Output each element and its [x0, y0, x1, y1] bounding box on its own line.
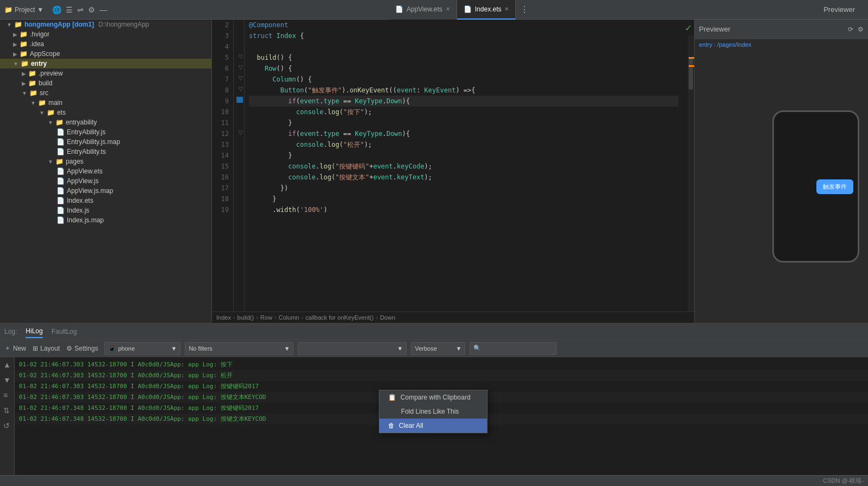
layout-icon: ⊞ — [33, 345, 38, 352]
refresh-btn[interactable]: ↺ — [2, 420, 12, 431]
globe-icon[interactable]: 🌐 — [52, 5, 61, 14]
index-js-icon: 📄 — [57, 207, 65, 214]
log-search-box[interactable]: 🔍 — [470, 342, 557, 355]
index-tab-close[interactable]: ✕ — [504, 6, 509, 12]
appview-tab-close[interactable]: ✕ — [446, 6, 450, 12]
scroll-up-btn[interactable]: ▲ — [2, 359, 12, 370]
sidebar-item-appview-ets[interactable]: 📄 AppView.ets — [0, 166, 211, 176]
line-numbers: 23456 7891011 1213141516 171819 — [212, 20, 234, 311]
preview-label: .preview — [39, 70, 63, 77]
log-tab-hilog[interactable]: HiLog — [26, 325, 42, 338]
sidebar-item-entryability-js-map[interactable]: 📄 EntryAbility.js.map — [0, 137, 211, 147]
sidebar-item-index-js[interactable]: 📄 Index.js — [0, 205, 211, 215]
sort-btn[interactable]: ⇅ — [2, 405, 12, 416]
sidebar-item-pages[interactable]: ▼ 📁 pages — [0, 157, 211, 166]
device-filter[interactable]: 📱 phone ▼ — [104, 342, 180, 355]
entry-arrow-icon: ▼ — [13, 61, 18, 67]
list-icon[interactable]: ☰ — [66, 5, 73, 14]
breadcrumb-build: build() — [238, 314, 254, 321]
sidebar-root[interactable]: ▼ 📁 hongmengApp [dom1] D:\hongmengApp — [0, 20, 211, 29]
compare-icon: 📋 — [388, 394, 396, 401]
new-button[interactable]: ＋ New — [4, 344, 26, 353]
sidebar-item-hvigor[interactable]: ▶ 📁 .hvigor — [0, 29, 211, 39]
breadcrumb-row: Row — [260, 314, 272, 321]
sidebar-item-index-js-map[interactable]: 📄 Index.js.map — [0, 215, 211, 225]
project-title: Project — [15, 6, 35, 14]
main-area: ▼ 📁 hongmengApp [dom1] D:\hongmengApp ▶ … — [0, 20, 868, 323]
root-label: hongmengApp [dom1] — [24, 21, 94, 28]
layout-button[interactable]: ⊞ Layout — [33, 345, 60, 352]
log-content[interactable]: 01-02 21:46:07.303 14532-18700 I A0c0d0/… — [15, 357, 868, 475]
file-tree: ▼ 📁 hongmengApp [dom1] D:\hongmengApp ▶ … — [0, 20, 212, 323]
code-line-7: Column() { — [249, 74, 678, 85]
sidebar-item-appview-js-map[interactable]: 📄 AppView.js.map — [0, 186, 211, 196]
more-options-btn[interactable]: ⋮ — [516, 4, 533, 15]
minimize-icon[interactable]: — — [99, 5, 107, 14]
previewer-icons: ⟳ ⚙ — [848, 26, 864, 33]
scroll-marker-2 — [689, 65, 694, 67]
context-menu: 📋 Compare with Clipboard Fold Lines Like… — [379, 390, 488, 433]
code-line-19: .width('100%') — [249, 204, 678, 215]
wrap-btn[interactable]: ≡ — [2, 390, 12, 401]
code-line-18: } — [249, 194, 678, 204]
project-dropdown-icon[interactable]: ▼ — [37, 6, 43, 14]
sidebar-item-index-ets[interactable]: 📄 Index.ets — [0, 196, 211, 205]
tab-index[interactable]: 📄 Index.ets ✕ — [457, 0, 516, 20]
no-filters-dropdown[interactable]: No filters ▼ — [185, 342, 294, 355]
appview-tab-label: AppView.ets — [407, 5, 442, 13]
appview-js-map-label: AppView.js.map — [67, 187, 113, 195]
context-menu-item-fold[interactable]: Fold Lines Like This — [379, 404, 487, 419]
ets-label: ets — [57, 109, 66, 116]
code-line-4 — [249, 41, 678, 52]
editor-scrollbar[interactable] — [688, 35, 694, 311]
sidebar-item-entry[interactable]: ▼ 📁 entry — [0, 59, 211, 68]
ets-arrow-icon: ▼ — [39, 110, 45, 116]
sidebar-item-appview-js[interactable]: 📄 AppView.js — [0, 176, 211, 186]
project-label[interactable]: 📁 Project ▼ — [4, 6, 43, 14]
previewer-settings-icon[interactable]: ⚙ — [858, 26, 864, 33]
sidebar-item-entryability-ts[interactable]: 📄 EntryAbility.ts — [0, 147, 211, 157]
sidebar-item-entryability[interactable]: ▼ 📁 entryability — [0, 117, 211, 127]
root-path: D:\hongmengApp — [98, 21, 149, 28]
top-bar: 📁 Project ▼ 🌐 ☰ ⇌ ⚙ — 📄 AppView.ets ✕ 📄 … — [0, 0, 868, 20]
sidebar-item-ets[interactable]: ▼ 📁 ets — [0, 108, 211, 117]
no-filters-dropdown-icon: ▼ — [284, 345, 290, 352]
previewer-rotate-icon[interactable]: ⟳ — [848, 26, 853, 33]
entryability-ts-label: EntryAbility.ts — [67, 148, 106, 155]
context-menu-item-compare[interactable]: 📋 Compare with Clipboard — [379, 390, 487, 404]
log-tab-bar: Log: HiLog FaultLog — [0, 323, 868, 340]
scroll-down-btn[interactable]: ▼ — [2, 375, 12, 385]
verbose-dropdown[interactable]: Verbose ▼ — [411, 342, 465, 355]
code-editor[interactable]: @Component struct Index { build() { Row(… — [245, 20, 683, 311]
build-folder-icon: 📁 — [28, 79, 36, 87]
code-line-10: console.log("按下"); — [249, 107, 678, 117]
search-filter-dropdown[interactable]: ▼ — [298, 342, 407, 355]
breadcrumb-column: Column — [279, 314, 299, 321]
verbose-dropdown-icon: ▼ — [456, 345, 462, 352]
split-icon[interactable]: ⇌ — [77, 5, 84, 14]
code-line-5: build() { — [249, 52, 678, 63]
fold-label: Fold Lines Like This — [401, 408, 459, 415]
gear-icon[interactable]: ⚙ — [88, 5, 95, 14]
appview-ets-icon: 📄 — [57, 167, 65, 175]
sidebar-item-preview[interactable]: ▶ 📁 .preview — [0, 68, 211, 78]
context-menu-item-clear[interactable]: 🗑 Clear All — [379, 419, 487, 433]
appview-js-map-icon: 📄 — [57, 187, 65, 195]
plus-icon: ＋ — [4, 344, 11, 353]
index-js-map-icon: 📄 — [57, 216, 65, 224]
main-arrow-icon: ▼ — [30, 100, 36, 106]
sidebar-item-main[interactable]: ▼ 📁 main — [0, 98, 211, 108]
settings-button[interactable]: ⚙ Settings — [66, 345, 98, 352]
sidebar-item-idea[interactable]: ▶ 📁 .idea — [0, 39, 211, 49]
sidebar-item-entryability-js[interactable]: 📄 EntryAbility.js — [0, 127, 211, 137]
sidebar-item-src[interactable]: ▼ 📁 src — [0, 88, 211, 98]
sidebar-item-appscope[interactable]: ▶ 📁 AppScope — [0, 49, 211, 59]
ets-folder-icon: 📁 — [47, 109, 55, 116]
log-tab-faultlog[interactable]: FaultLog — [52, 326, 77, 338]
sidebar-item-build[interactable]: ▶ 📁 build — [0, 78, 211, 88]
code-line-11: } — [249, 117, 678, 128]
phone-trigger-button[interactable]: 触发事件 — [816, 179, 853, 194]
appview-ets-label: AppView.ets — [67, 167, 103, 175]
src-label: src — [40, 89, 48, 97]
tab-appview[interactable]: 📄 AppView.ets ✕ — [389, 0, 457, 20]
